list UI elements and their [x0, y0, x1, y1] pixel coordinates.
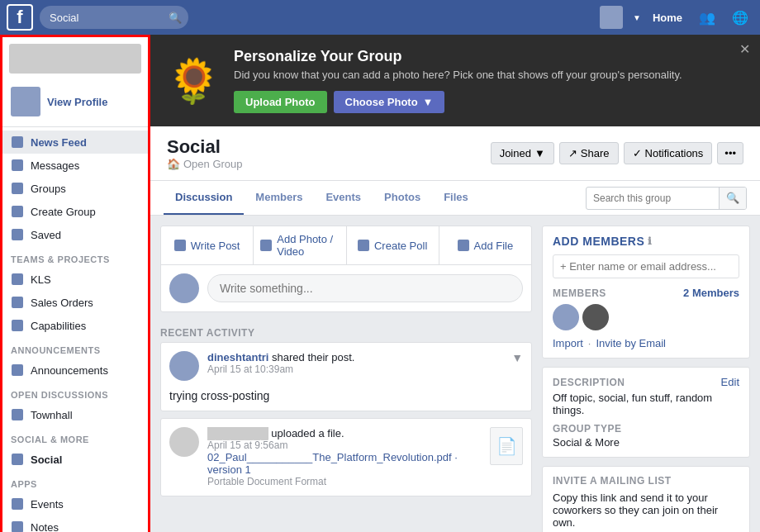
activity-card-2: ████████ uploaded a file. April 15 at 9:… — [160, 418, 532, 496]
tab-search-button[interactable]: 🔍 — [719, 187, 746, 210]
choose-photo-button[interactable]: Choose Photo ▼ — [334, 91, 445, 113]
members-count: 2 Members — [683, 287, 739, 299]
file-icon — [458, 240, 469, 251]
cover-desc: Did you know that you can add a photo he… — [234, 69, 743, 81]
sidebar-item-social[interactable]: Social — [2, 448, 148, 471]
content-area: Write Post Add Photo / Video Create Poll — [150, 216, 760, 532]
announcements-icon — [11, 363, 24, 377]
cover-title: Personalize Your Group — [234, 48, 743, 65]
top-navigation: f 🔍 ▼ Home 👥 🌐 — [0, 0, 760, 35]
sidebar-item-label: News Feed — [31, 136, 87, 149]
view-profile-link[interactable]: View Profile — [47, 96, 107, 108]
ellipsis-icon: ••• — [724, 147, 736, 159]
member-avatar-1 — [553, 304, 579, 330]
add-photo-button[interactable]: Add Photo / Video — [254, 226, 346, 264]
sales-orders-icon — [11, 296, 24, 309]
sidebar-item-kls[interactable]: KLS — [2, 268, 148, 291]
tab-members[interactable]: Members — [244, 181, 314, 215]
choose-photo-label: Choose Photo — [345, 96, 418, 108]
sidebar-item-news-feed[interactable]: News Feed — [2, 131, 148, 154]
globe-icon[interactable]: 🌐 — [727, 10, 753, 26]
notifications-button[interactable]: ✓ Notifications — [624, 142, 713, 164]
news-feed-icon — [11, 135, 24, 149]
cover-text: Personalize Your Group Did you know that… — [234, 48, 743, 113]
write-post-icon — [174, 240, 186, 251]
sidebar-item-label: Announcements — [31, 364, 108, 377]
upload-photo-button[interactable]: Upload Photo — [234, 91, 327, 113]
activity-action-2: uploaded a file. — [271, 427, 344, 439]
choose-photo-caret-icon: ▼ — [423, 96, 434, 108]
tab-events[interactable]: Events — [314, 181, 373, 215]
share-arrow-icon: ↗ — [568, 147, 577, 159]
create-poll-button[interactable]: Create Poll — [347, 226, 439, 264]
sidebar-item-groups[interactable]: Groups — [2, 177, 148, 200]
nav-search-input[interactable] — [40, 6, 188, 29]
sidebar-item-events[interactable]: Events — [2, 492, 148, 515]
info-icon: ℹ — [648, 235, 653, 247]
invite-by-email-link[interactable]: Invite by Email — [596, 337, 666, 349]
sidebar-item-sales-orders[interactable]: Sales Orders — [2, 291, 148, 314]
sidebar-item-label: Townhall — [31, 409, 73, 421]
sidebar-item-notes[interactable]: Notes — [2, 515, 148, 532]
post-write-area — [161, 265, 531, 311]
townhall-icon — [11, 408, 24, 421]
tab-files[interactable]: Files — [432, 181, 480, 215]
more-options-button[interactable]: ••• — [717, 142, 743, 164]
sidebar-item-label: Messages — [31, 159, 79, 172]
sidebar-banner — [9, 44, 141, 74]
sidebar-item-townhall[interactable]: Townhall — [2, 403, 148, 426]
group-name: Social — [167, 136, 243, 158]
write-post-button[interactable]: Write Post — [161, 226, 254, 264]
tab-search-wrap: 🔍 — [586, 187, 747, 210]
tab-photos[interactable]: Photos — [373, 181, 432, 215]
add-members-title: ADD MEMBERS ℹ — [553, 235, 739, 248]
nav-avatar — [600, 6, 623, 29]
sidebar-item-announcements[interactable]: Announcements — [2, 359, 148, 382]
tab-discussion[interactable]: Discussion — [164, 181, 244, 215]
joined-button[interactable]: Joined ▼ — [491, 142, 554, 164]
create-poll-label: Create Poll — [374, 240, 427, 252]
activity-card-1: dineshtantri shared their post. April 15… — [160, 342, 532, 411]
nav-dropdown-caret[interactable]: ▼ — [633, 13, 641, 22]
share-button[interactable]: ↗ Share — [559, 142, 619, 164]
home-link[interactable]: Home — [648, 12, 687, 24]
activity-line-1: dineshtantri shared their post. — [207, 351, 354, 363]
import-links: Import · Invite by Email — [553, 337, 739, 349]
description-edit-link[interactable]: Edit — [721, 376, 739, 388]
group-header-left: Social 🏠 Open Group — [167, 136, 243, 170]
apps-label: APPS — [2, 471, 148, 492]
page-wrap: View Profile News Feed Messages Groups C… — [0, 35, 760, 532]
recent-activity-label: RECENT ACTIVITY — [160, 321, 532, 342]
friend-requests-icon[interactable]: 👥 — [694, 10, 720, 26]
activity-file-name[interactable]: 02_Paul___________The_Platform_Revolutio… — [207, 451, 482, 476]
activity-time-1: April 15 at 10:39am — [207, 363, 354, 375]
activity-chevron-icon[interactable]: ▼ — [511, 351, 523, 364]
sidebar-item-messages[interactable]: Messages — [2, 154, 148, 177]
add-file-label: Add File — [474, 240, 514, 252]
sidebar-item-label: Notes — [31, 521, 59, 533]
add-file-button[interactable]: Add File — [439, 226, 531, 264]
open-group-icon: 🏠 — [167, 158, 180, 170]
write-post-label: Write Post — [191, 240, 240, 252]
post-write-input[interactable] — [207, 274, 523, 302]
group-type-value: Social & More — [553, 436, 739, 449]
description-header: DESCRIPTION Edit — [553, 376, 739, 388]
member-avatar-2 — [582, 304, 609, 330]
cover-dismiss-icon[interactable]: ✕ — [739, 41, 750, 57]
messages-icon — [11, 159, 24, 172]
checkmark-icon: ✓ — [633, 147, 642, 159]
group-header-right: Joined ▼ ↗ Share ✓ Notifications ••• — [491, 142, 743, 164]
sidebar-item-capabilities[interactable]: Capabilities — [2, 314, 148, 337]
sidebar-item-saved[interactable]: Saved — [2, 223, 148, 246]
import-link[interactable]: Import — [553, 337, 583, 349]
activity-file-sub: Portable Document Format — [207, 476, 482, 487]
add-member-input[interactable] — [553, 254, 739, 278]
tab-search-input[interactable] — [587, 189, 719, 207]
sidebar-item-label: Groups — [31, 183, 66, 195]
invite-mailing-text: Copy this link and send it to your cowor… — [553, 492, 739, 529]
sidebar-item-label: Events — [31, 498, 64, 511]
sidebar-item-create-group[interactable]: Create Group — [2, 200, 148, 223]
notifications-label: Notifications — [645, 147, 704, 159]
activity-name-1[interactable]: dineshtantri — [207, 351, 268, 363]
create-group-icon — [11, 205, 24, 218]
